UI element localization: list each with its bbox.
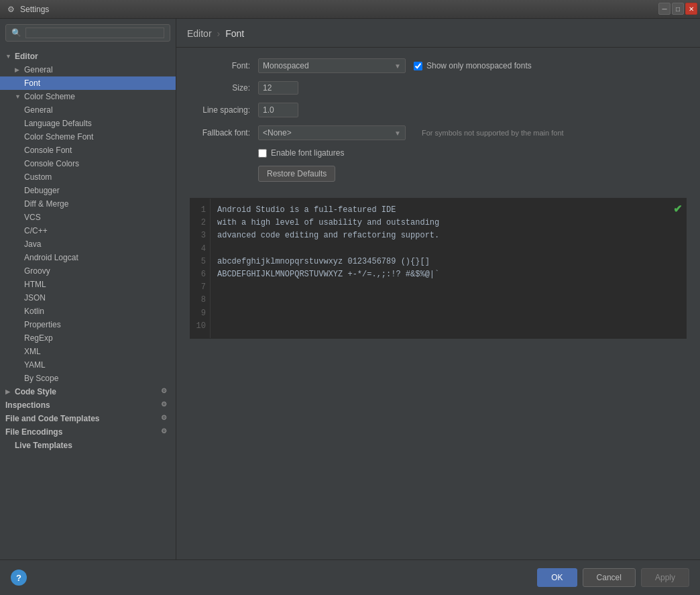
sidebar-item-kotlin[interactable]: Kotlin (0, 305, 176, 318)
sidebar-label-custom: Custom (24, 172, 52, 182)
line-num-9: 9 (194, 307, 206, 320)
sidebar-item-by-scope[interactable]: By Scope (0, 372, 176, 385)
action-buttons: OK Cancel Apply (537, 568, 689, 587)
sidebar-label-yaml: YAML (24, 360, 46, 370)
sidebar-item-java[interactable]: Java (0, 237, 176, 251)
line-spacing-row: Line spacing: (190, 103, 687, 117)
expand-arrow-color-scheme: ▼ (15, 93, 21, 100)
sidebar-item-live-templates[interactable]: Live Templates (0, 439, 176, 452)
sidebar-item-language-defaults[interactable]: Language Defaults (0, 117, 176, 130)
sidebar-label-inspections: Inspections (5, 400, 50, 410)
sidebar-label-font: Font (24, 78, 40, 88)
monospaced-checkbox[interactable] (414, 62, 422, 70)
restore-defaults-button[interactable]: Restore Defaults (258, 166, 335, 182)
checkmark-icon: ✔ (673, 203, 682, 215)
sidebar-item-color-scheme[interactable]: ▼ Color Scheme (0, 90, 176, 103)
search-input[interactable] (25, 28, 164, 38)
sidebar-label-general: General (24, 65, 53, 74)
bottom-bar: ? OK Cancel Apply (0, 559, 700, 595)
line-spacing-label: Line spacing: (190, 105, 250, 115)
ligatures-checkbox[interactable] (258, 149, 267, 158)
sidebar-item-json[interactable]: JSON (0, 291, 176, 305)
sidebar-label-android-logcat: Android Logcat (24, 253, 78, 262)
sidebar-item-regexp[interactable]: RegExp (0, 331, 176, 345)
sidebar-item-html[interactable]: HTML (0, 278, 176, 291)
sidebar-item-custom[interactable]: Custom (0, 170, 176, 184)
gear-icon-inspections: ⚙ (161, 400, 170, 410)
sidebar-item-console-font[interactable]: Console Font (0, 144, 176, 157)
sidebar-item-diff-merge[interactable]: Diff & Merge (0, 197, 176, 211)
title-bar: ⚙ Settings ─ □ ✕ (0, 0, 700, 19)
monospaced-label: Show only monospaced fonts (426, 61, 532, 70)
preview-container: 1 2 3 4 5 6 7 8 9 10 Android Studio is a… (190, 198, 687, 339)
expand-arrow-editor: ▼ (5, 53, 12, 60)
sidebar-item-cs-general[interactable]: General (0, 103, 176, 117)
fallback-font-dropdown[interactable]: <None> ▼ (258, 125, 406, 140)
window-controls: ─ □ ✕ (658, 3, 697, 15)
dropdown-arrow-font: ▼ (394, 62, 401, 70)
line-num-1: 1 (194, 204, 206, 217)
sidebar-item-yaml[interactable]: YAML (0, 358, 176, 372)
line-numbers: 1 2 3 4 5 6 7 8 9 10 (190, 199, 211, 338)
sidebar-label-vcs: VCS (24, 213, 41, 222)
apply-button[interactable]: Apply (641, 568, 689, 587)
breadcrumb-current: Font (225, 28, 244, 39)
breadcrumb-separator: › (217, 28, 221, 39)
sidebar-item-android-logcat[interactable]: Android Logcat (0, 251, 176, 264)
title-text: Settings (20, 5, 49, 14)
sidebar-item-console-colors[interactable]: Console Colors (0, 157, 176, 170)
sidebar-item-properties[interactable]: Properties (0, 318, 176, 331)
sidebar-item-code-style[interactable]: ▶ Code Style ⚙ (0, 385, 176, 398)
sidebar-item-file-encodings[interactable]: File Encodings ⚙ (0, 425, 176, 439)
line-num-4: 4 (194, 243, 206, 256)
line-spacing-input[interactable] (258, 103, 298, 117)
ok-button[interactable]: OK (537, 568, 577, 587)
expand-arrow-general: ▶ (15, 66, 21, 73)
cancel-button[interactable]: Cancel (583, 568, 636, 587)
sidebar-label-language-defaults: Language Defaults (24, 119, 92, 128)
sidebar-item-font[interactable]: Font (0, 76, 176, 90)
settings-panel: Font: Monospaced ▼ Show only monospaced … (176, 48, 700, 559)
line-num-2: 2 (194, 217, 206, 229)
font-dropdown[interactable]: Monospaced ▼ (258, 58, 406, 73)
minimize-button[interactable]: ─ (658, 3, 670, 15)
line-num-6: 6 (194, 268, 206, 281)
size-input[interactable] (258, 81, 298, 95)
app-icon: ⚙ (5, 4, 16, 15)
sidebar-item-inspections[interactable]: Inspections ⚙ (0, 398, 176, 412)
sidebar-item-editor[interactable]: ▼ Editor (0, 50, 176, 63)
search-box[interactable]: 🔍 (5, 24, 170, 42)
line-num-10: 10 (194, 320, 206, 333)
sidebar-label-console-colors: Console Colors (24, 159, 79, 168)
sidebar-item-groovy[interactable]: Groovy (0, 264, 176, 278)
sidebar-item-xml[interactable]: XML (0, 345, 176, 358)
sidebar-item-file-code-templates[interactable]: File and Code Templates ⚙ (0, 412, 176, 425)
monospaced-checkbox-row: Show only monospaced fonts (414, 61, 532, 70)
line-num-8: 8 (194, 294, 206, 307)
sidebar-label-kotlin: Kotlin (24, 307, 44, 316)
sidebar-item-debugger[interactable]: Debugger (0, 184, 176, 197)
sidebar-label-color-scheme-font: Color Scheme Font (24, 132, 93, 142)
sidebar-item-general[interactable]: ▶ General (0, 63, 176, 76)
line-num-5: 5 (194, 256, 206, 268)
fallback-help-text: For symbols not supported by the main fo… (422, 129, 564, 137)
sidebar-item-c-cpp[interactable]: C/C++ (0, 224, 176, 237)
close-button[interactable]: ✕ (685, 3, 697, 15)
sidebar-label-live-templates: Live Templates (15, 441, 72, 450)
sidebar-item-color-scheme-font[interactable]: Color Scheme Font (0, 130, 176, 144)
search-icon: 🔍 (11, 28, 21, 38)
sidebar-label-properties: Properties (24, 320, 61, 329)
sidebar-label-file-code-templates: File and Code Templates (5, 414, 99, 423)
content-panel: Editor › Font Font: Monospaced ▼ Show on… (176, 19, 700, 559)
gear-icon-file-code-templates: ⚙ (161, 414, 170, 423)
ligatures-checkbox-row: Enable font ligatures (258, 148, 344, 158)
ligatures-row: Enable font ligatures (258, 148, 687, 158)
sidebar-label-editor: Editor (15, 52, 38, 61)
line-num-3: 3 (194, 229, 206, 242)
sidebar-label-regexp: RegExp (24, 333, 53, 343)
maximize-button[interactable]: □ (672, 3, 684, 15)
help-button[interactable]: ? (11, 570, 27, 586)
font-row: Font: Monospaced ▼ Show only monospaced … (190, 58, 687, 73)
sidebar-label-console-font: Console Font (24, 146, 72, 155)
sidebar-item-vcs[interactable]: VCS (0, 211, 176, 224)
